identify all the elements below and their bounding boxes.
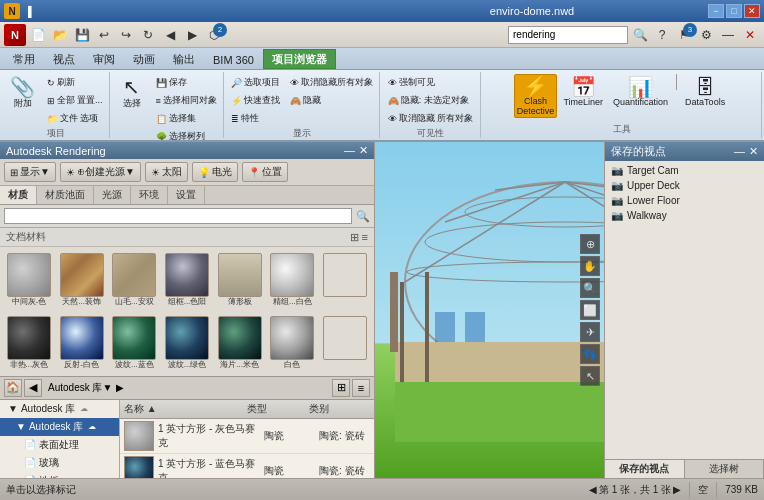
sv-minimize-btn[interactable]: —: [734, 145, 745, 158]
refresh-btn2[interactable]: ↻刷新: [43, 74, 107, 91]
redo-btn[interactable]: ↪: [116, 25, 136, 45]
forward-btn[interactable]: ▶: [182, 25, 202, 45]
material-item-10[interactable]: 波纹...绿色: [162, 314, 212, 372]
tab-environment[interactable]: 环境: [131, 186, 168, 204]
unhide-all-btn[interactable]: 👁取消隐藏 所有对象: [384, 110, 478, 127]
material-item-11[interactable]: 海片...米色: [215, 314, 265, 372]
attach-btn[interactable]: 📎 附加: [5, 74, 41, 113]
col-type[interactable]: 类型: [247, 402, 309, 416]
lib-row-0[interactable]: 1 英寸方形 - 灰色马赛克 陶瓷 陶瓷: 瓷砖: [120, 419, 374, 454]
app-menu-btn[interactable]: N: [4, 24, 26, 46]
col-category[interactable]: 类别: [309, 402, 371, 416]
material-item-4[interactable]: 薄形板: [215, 251, 265, 309]
tab-animate[interactable]: 动画: [124, 49, 164, 69]
material-item-7[interactable]: 非热...灰色: [4, 314, 54, 372]
tab-settings[interactable]: 设置: [168, 186, 205, 204]
undo-btn[interactable]: ↩: [94, 25, 114, 45]
tab-light-source[interactable]: 光源: [94, 186, 131, 204]
attr-btn[interactable]: ≣特性: [227, 110, 284, 127]
search-input[interactable]: [508, 26, 628, 44]
material-item-1[interactable]: 天然...装饰: [57, 251, 107, 309]
tab-viewpoint[interactable]: 视点: [44, 49, 84, 69]
view-item-3[interactable]: 📷 Walkway: [607, 208, 762, 223]
tab-material-pool[interactable]: 材质池面: [37, 186, 94, 204]
hide-btn[interactable]: 🙈隐藏: [286, 92, 377, 109]
material-item-8[interactable]: 反射-白色: [57, 314, 107, 372]
tab-home[interactable]: 常用: [4, 49, 44, 69]
tree-autodesk-root[interactable]: ▼ Autodesk 库 ☁: [0, 400, 119, 418]
tree-surface[interactable]: 📄 表面处理: [0, 436, 119, 454]
zoom-box-btn[interactable]: ⬜: [580, 300, 600, 320]
back-btn[interactable]: ◀: [160, 25, 180, 45]
close-btn[interactable]: ✕: [744, 4, 760, 18]
list-view-btn[interactable]: ≡: [362, 231, 368, 244]
close-window-btn[interactable]: ✕: [740, 25, 760, 45]
tab-material[interactable]: 材质: [0, 186, 37, 204]
create-light-btn[interactable]: ☀ ⊕创建光源▼: [60, 162, 141, 182]
sun-btn[interactable]: ☀ 太阳: [145, 162, 188, 182]
minimize-btn[interactable]: −: [708, 4, 724, 18]
material-search-icon[interactable]: 🔍: [356, 210, 370, 223]
walk-btn[interactable]: 👣: [580, 344, 600, 364]
tree-autodesk-lib[interactable]: ▼ Autodesk 库 ☁: [0, 418, 119, 436]
panel-minimize-btn[interactable]: —: [344, 144, 355, 157]
material-item-3[interactable]: 组框...色阳: [162, 251, 212, 309]
view-item-2[interactable]: 📷 Lower Floor: [607, 193, 762, 208]
find-items-btn[interactable]: 🔎选取项目: [227, 74, 284, 91]
panel-close-btn[interactable]: ✕: [359, 144, 368, 157]
force-visible-btn[interactable]: 👁强制可见: [384, 74, 478, 91]
tree-floor[interactable]: 📄 地板: [0, 472, 119, 478]
maximize-btn[interactable]: □: [726, 4, 742, 18]
select-main-btn[interactable]: ↖ 选择: [114, 74, 150, 113]
lib-grid-btn[interactable]: ⊞: [332, 379, 350, 397]
tab-review[interactable]: 审阅: [84, 49, 124, 69]
help-btn[interactable]: ?: [652, 25, 672, 45]
search-btn[interactable]: 🔍: [630, 25, 650, 45]
lib-list-btn[interactable]: ≡: [352, 379, 370, 397]
fly-btn[interactable]: ✈: [580, 322, 600, 342]
material-item-0[interactable]: 中间灰-色: [4, 251, 54, 309]
hide-unselected-btn[interactable]: 🙈隐藏: 未选定对象: [384, 92, 478, 109]
select-set-btn[interactable]: 📋选择集: [152, 110, 221, 127]
next-page-btn[interactable]: ▶: [673, 484, 681, 495]
tab-project-browser[interactable]: 项目浏览器: [263, 49, 336, 69]
new-btn[interactable]: 📄: [28, 25, 48, 45]
clash-detective-btn[interactable]: ⚡ ClashDetective: [514, 74, 558, 118]
material-item-5[interactable]: 精组...白色: [268, 251, 318, 309]
minimize-window-btn[interactable]: —: [718, 25, 738, 45]
timeliner-btn[interactable]: 📅 TimeLiner: [559, 74, 607, 110]
tab-output[interactable]: 输出: [164, 49, 204, 69]
tree-glass[interactable]: 📄 玻璃: [0, 454, 119, 472]
quantification-btn[interactable]: 📊 Quantification: [609, 74, 672, 110]
options-btn[interactable]: ⚙: [696, 25, 716, 45]
select-vp-btn[interactable]: ↖: [580, 366, 600, 386]
save-select-btn[interactable]: 💾保存: [152, 74, 221, 91]
file-options-btn[interactable]: 📁文件 选项: [43, 110, 107, 127]
prev-page-btn[interactable]: ◀: [589, 484, 597, 495]
lib-back-btn[interactable]: ◀: [24, 379, 42, 397]
save-btn[interactable]: 💾: [72, 25, 92, 45]
all-replace-btn[interactable]: ⊞全部 置置...: [43, 92, 107, 109]
refresh-btn[interactable]: ↻: [138, 25, 158, 45]
position-btn[interactable]: 📍 位置: [242, 162, 288, 182]
unhide-btn[interactable]: 👁取消隐藏所有对象: [286, 74, 377, 91]
display-mode-btn[interactable]: ⊞ 显示▼: [4, 162, 56, 182]
sv-close-btn[interactable]: ✕: [749, 145, 758, 158]
lib-row-1[interactable]: 1 英寸方形 - 蓝色马赛克 陶瓷 陶瓷: 瓷砖: [120, 454, 374, 478]
select-tree-btn[interactable]: 🌳选择树列: [152, 128, 221, 142]
material-item-12[interactable]: 白色: [268, 314, 318, 372]
col-name[interactable]: 名称 ▲: [124, 402, 247, 416]
material-item-2[interactable]: 山毛...安双: [109, 251, 159, 309]
material-item-9[interactable]: 波纹...蓝色: [109, 314, 159, 372]
sv-tab-views[interactable]: 保存的视点: [605, 460, 685, 478]
select-same-btn[interactable]: ≡选择相同对象: [152, 92, 221, 109]
open-btn[interactable]: 📂: [50, 25, 70, 45]
view-item-0[interactable]: 📷 Target Cam: [607, 163, 762, 178]
sv-tab-tree[interactable]: 选择树: [685, 460, 765, 478]
grid-view-btn[interactable]: ⊞: [350, 231, 359, 244]
orbit-btn[interactable]: ⊕: [580, 234, 600, 254]
material-search-input[interactable]: [4, 208, 352, 224]
view-item-1[interactable]: 📷 Upper Deck: [607, 178, 762, 193]
tab-bim360[interactable]: BIM 360: [204, 49, 263, 69]
lib-home-btn[interactable]: 🏠: [4, 379, 22, 397]
